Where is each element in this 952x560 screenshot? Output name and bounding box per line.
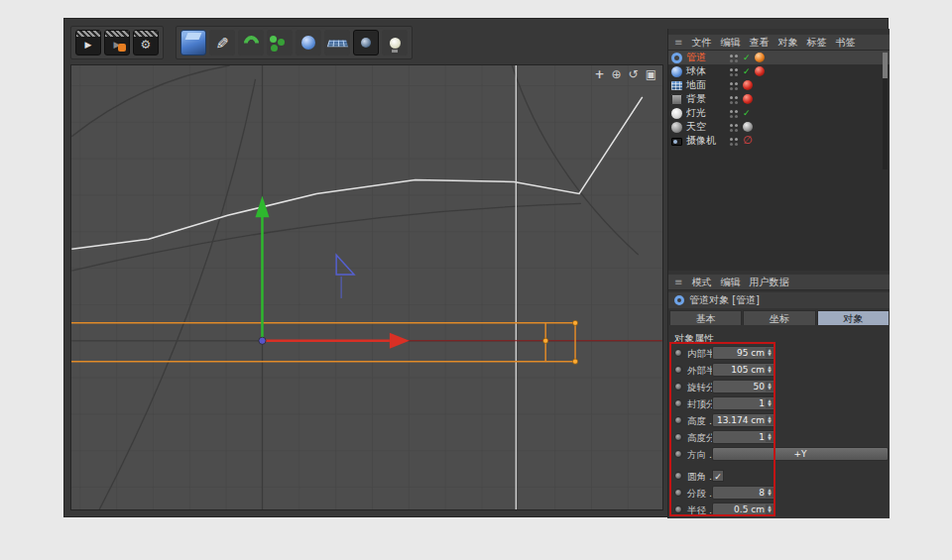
panel-grip-icon[interactable]: [674, 37, 682, 48]
spinner-icon[interactable]: [766, 504, 774, 514]
zoom-icon[interactable]: [612, 67, 622, 81]
viewport-canvas[interactable]: [71, 65, 662, 509]
field-value: 1: [759, 432, 765, 442]
object-toggles: [730, 134, 753, 148]
handle-inner-radius[interactable]: [543, 338, 548, 343]
material-thumbnail[interactable]: [743, 94, 753, 104]
spinner-icon[interactable]: [766, 415, 774, 425]
attr-row-inner-radius: 内部半径 95 cm: [672, 346, 887, 361]
material-thumbnail[interactable]: [755, 66, 765, 76]
array-generator-icon[interactable]: [267, 30, 293, 56]
floor-object-icon[interactable]: [324, 30, 350, 56]
tab-coordinates[interactable]: 坐标: [743, 310, 815, 325]
visibility-dots-icon[interactable]: [730, 138, 733, 141]
key-radio-icon[interactable]: [674, 366, 682, 374]
rotation-segments-field[interactable]: 50: [712, 380, 775, 393]
viewport[interactable]: [70, 64, 663, 510]
visibility-dots-icon[interactable]: [730, 82, 733, 85]
rotate-icon[interactable]: [629, 67, 639, 81]
object-row-sky[interactable]: 天空: [668, 120, 890, 134]
menu-mode[interactable]: 模式: [691, 276, 711, 289]
menu-file[interactable]: 文件: [691, 36, 711, 50]
key-radio-icon[interactable]: [674, 472, 682, 480]
key-radio-icon[interactable]: [674, 399, 682, 407]
spinner-icon[interactable]: [766, 398, 774, 408]
object-row-background[interactable]: 背景: [668, 92, 890, 106]
blocked-icon[interactable]: [743, 134, 753, 148]
key-radio-icon[interactable]: [674, 416, 682, 424]
outer-radius-field[interactable]: 105 cm: [712, 363, 775, 377]
menu-objects[interactable]: 对象: [777, 36, 797, 50]
menu-view[interactable]: 查看: [749, 36, 769, 50]
key-radio-icon[interactable]: [674, 349, 682, 357]
pan-icon[interactable]: [594, 67, 604, 81]
spinner-icon[interactable]: [766, 432, 774, 442]
spinner-icon[interactable]: [766, 365, 774, 375]
light-object-icon: [671, 108, 682, 119]
viewport-nav-controls: [594, 67, 656, 81]
pen-spline-icon[interactable]: [209, 30, 235, 56]
menu-userdata[interactable]: 用户数据: [749, 276, 788, 289]
tab-object[interactable]: 对象: [817, 310, 890, 325]
radius-field[interactable]: 0.5 cm: [712, 503, 775, 516]
menu-tags[interactable]: 标签: [806, 36, 826, 50]
object-list-scrollbar[interactable]: [883, 53, 888, 169]
light-object-icon[interactable]: [382, 30, 408, 56]
tab-basic[interactable]: 基本: [669, 310, 742, 325]
height-segments-field[interactable]: 1: [712, 430, 775, 444]
key-radio-icon[interactable]: [674, 450, 682, 458]
scrollbar-thumb[interactable]: [883, 53, 888, 78]
field-value: 105 cm: [731, 365, 765, 375]
handle-top-right[interactable]: [572, 320, 577, 325]
visibility-dots-icon[interactable]: [730, 96, 733, 99]
handle-bottom-right[interactable]: [572, 359, 577, 364]
material-thumbnail[interactable]: [743, 80, 753, 90]
field-value: 95 cm: [737, 348, 765, 358]
object-origin-point[interactable]: [259, 337, 266, 344]
inner-radius-field[interactable]: 95 cm: [712, 346, 775, 360]
object-label: 摄像机: [686, 134, 716, 148]
render-settings-icon[interactable]: [133, 30, 159, 56]
floor-object-icon: [671, 81, 682, 90]
object-label: 天空: [686, 120, 706, 134]
visibility-dots-icon[interactable]: [730, 68, 733, 71]
enabled-check-icon[interactable]: [743, 106, 751, 120]
sky-object-icon: [671, 122, 682, 133]
key-radio-icon[interactable]: [674, 383, 682, 391]
height-field[interactable]: 13.174 cm: [712, 413, 775, 427]
orientation-dropdown[interactable]: +Y: [712, 447, 889, 461]
spinner-icon[interactable]: [766, 488, 774, 498]
maximize-view-icon[interactable]: [646, 67, 656, 81]
enabled-check-icon[interactable]: [743, 64, 751, 78]
object-row-light[interactable]: 灯光: [668, 106, 890, 120]
render-view-icon[interactable]: [75, 30, 101, 56]
camera-object-icon[interactable]: [353, 30, 379, 56]
metaball-icon[interactable]: [296, 30, 321, 56]
object-row-sphere[interactable]: 球体: [668, 64, 890, 78]
object-row-tube[interactable]: 管道: [668, 51, 890, 64]
object-row-camera[interactable]: 摄像机: [668, 134, 890, 148]
visibility-dots-icon[interactable]: [730, 124, 733, 127]
panel-grip-icon[interactable]: [674, 277, 682, 287]
spinner-icon[interactable]: [766, 382, 774, 392]
key-radio-icon[interactable]: [674, 505, 682, 513]
fillet-checkbox[interactable]: ✓: [712, 470, 724, 482]
menu-bookmarks[interactable]: 书签: [835, 36, 855, 50]
visibility-dots-icon[interactable]: [730, 55, 733, 57]
menu-edit[interactable]: 编辑: [720, 36, 740, 50]
spinner-icon[interactable]: [766, 348, 774, 358]
background-object-icon: [671, 94, 682, 105]
object-row-floor[interactable]: 地面: [668, 78, 890, 92]
menu-edit[interactable]: 编辑: [720, 276, 740, 289]
material-thumbnail[interactable]: [755, 53, 765, 62]
visibility-dots-icon[interactable]: [730, 110, 733, 113]
enabled-check-icon[interactable]: [743, 51, 751, 64]
key-radio-icon[interactable]: [674, 489, 682, 497]
key-radio-icon[interactable]: [674, 433, 682, 441]
cap-segments-field[interactable]: 1: [712, 396, 775, 410]
render-to-picture-icon[interactable]: [104, 30, 130, 56]
bend-deformer-icon[interactable]: [238, 30, 264, 56]
cube-primitive-icon[interactable]: [180, 30, 206, 56]
segments-field[interactable]: 8: [712, 486, 775, 500]
material-thumbnail[interactable]: [743, 122, 753, 132]
